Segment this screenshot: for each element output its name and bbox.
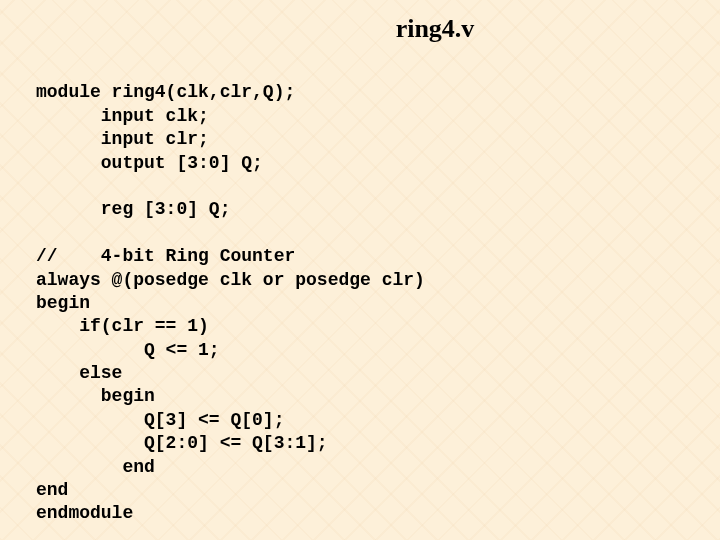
code-line: Q[2:0] <= Q[3:1];	[36, 433, 328, 453]
code-line: if(clr == 1)	[36, 316, 209, 336]
file-title: ring4.v	[0, 14, 720, 44]
code-line: begin	[36, 293, 90, 313]
code-line: endmodule	[36, 503, 133, 523]
code-line: else	[36, 363, 122, 383]
code-line: reg [3:0] Q;	[36, 199, 230, 219]
code-line: Q[3] <= Q[0];	[36, 410, 284, 430]
code-line: always @(posedge clk or posedge clr)	[36, 270, 425, 290]
code-line: Q <= 1;	[36, 340, 220, 360]
code-line: output [3:0] Q;	[36, 153, 263, 173]
code-line: end	[36, 480, 68, 500]
code-line: input clr;	[36, 129, 209, 149]
code-line: module ring4(clk,clr,Q);	[36, 82, 295, 102]
code-line: input clk;	[36, 106, 209, 126]
code-block: module ring4(clk,clr,Q); input clk; inpu…	[36, 58, 425, 526]
code-line: // 4-bit Ring Counter	[36, 246, 295, 266]
code-line: begin	[36, 386, 155, 406]
code-line: end	[36, 457, 155, 477]
